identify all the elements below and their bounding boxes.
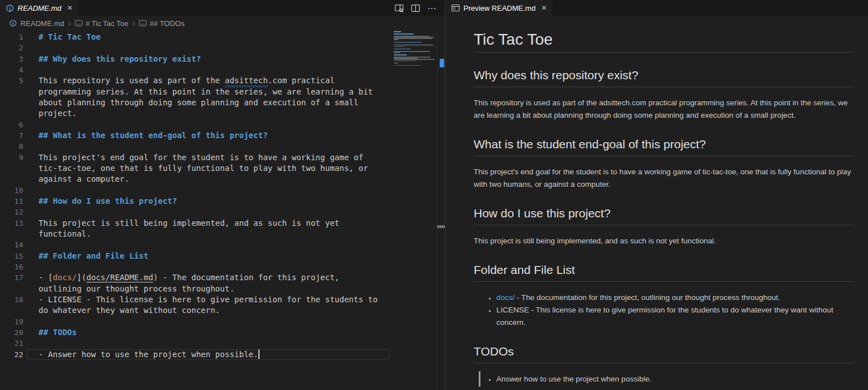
editor-pane[interactable]: 1# Tic Tac Toe23## Why does this reposit… [0, 31, 445, 390]
editor-row[interactable]: tic-tac-toe, one that is fully functiona… [0, 163, 390, 174]
breadcrumb-item-h2[interactable]: ## TODOs [139, 19, 185, 28]
editor-row[interactable]: against a computer. [0, 174, 390, 185]
markdown-link[interactable]: docs/README.md [86, 273, 153, 282]
code-segment: This project's end goal for the student … [39, 153, 363, 162]
markdown-preview[interactable]: Tic Tac Toe Why does this repository exi… [445, 16, 868, 390]
editor-row[interactable]: 22- Answer how to use the project when p… [0, 349, 390, 360]
preview-heading: What is the student end-goal of this pro… [474, 137, 854, 156]
symbol-string-icon [75, 20, 83, 27]
code-text: This project is still being implemented,… [23, 218, 339, 229]
info-icon [6, 4, 14, 12]
code-text: programming series. At this point in the… [23, 87, 373, 97]
minimap[interactable] [394, 31, 437, 390]
code-text: against a computer. [23, 174, 129, 185]
editor-row[interactable]: 4 [0, 65, 390, 75]
minimap-line [394, 65, 420, 66]
code-text: functional. [23, 229, 91, 239]
code-text [23, 316, 39, 327]
editor-row[interactable]: functional. [0, 229, 390, 239]
line-number: 17 [0, 272, 23, 283]
more-actions-icon[interactable]: ⋯ [427, 3, 437, 14]
editor-row[interactable]: project. [0, 108, 390, 119]
editor-row[interactable]: 5This repository is used as part of the … [0, 75, 390, 86]
info-icon [9, 19, 17, 27]
editor-row[interactable]: 15## Folder and File List [0, 251, 390, 262]
overview-ruler[interactable] [437, 31, 445, 390]
close-icon[interactable]: ✕ [541, 5, 547, 11]
line-number: 4 [0, 65, 23, 75]
breadcrumb-item-file[interactable]: README.md [20, 19, 64, 28]
editor-row[interactable]: 8 [0, 141, 390, 152]
line-number: 22 [0, 349, 23, 360]
editor-row[interactable]: about planning through doing some planni… [0, 97, 390, 108]
code-text: ## How do I use this project? [23, 196, 177, 207]
code-segment: - LICENSE - This license is here to give… [39, 295, 377, 304]
line-number: 8 [0, 141, 23, 152]
code-text: tic-tac-toe, one that is fully functiona… [23, 163, 368, 174]
open-preview-icon [451, 3, 460, 12]
editor-row[interactable]: 11## How do I use this project? [0, 196, 390, 207]
editor-row[interactable]: 10 [0, 185, 390, 196]
preview-heading: How do I use this project? [474, 206, 854, 225]
overview-cursor-marker [440, 59, 444, 67]
editor-row[interactable]: 12 [0, 207, 390, 217]
preview-link[interactable]: docs/ [496, 293, 514, 302]
tab-preview-readme[interactable]: Preview README.md ✕ [445, 0, 552, 16]
editor-row[interactable]: 20## TODOs [0, 327, 390, 338]
tab-title: README.md [18, 4, 61, 12]
editor-row[interactable]: 21 [0, 338, 390, 349]
code-text [23, 338, 39, 349]
code-text [23, 119, 39, 130]
code-text: ## What is the student end-goal of this … [23, 130, 268, 141]
markdown-heading-token: ## Folder and File List [39, 251, 148, 260]
code-text: ## Folder and File List [23, 251, 148, 262]
line-number: 12 [0, 207, 23, 217]
editor-row[interactable]: programming series. At this point in the… [0, 87, 390, 97]
code-text: - [docs/](docs/README.md) - The document… [23, 272, 339, 283]
open-preview-to-side-icon[interactable] [394, 3, 404, 13]
close-icon[interactable]: ✕ [67, 5, 73, 11]
editor-row[interactable]: 2 [0, 42, 390, 53]
preview-group: Preview README.md ✕ Tic Tac Toe Why does… [445, 0, 868, 390]
editor-row[interactable]: 17- [docs/](docs/README.md) - The docume… [0, 272, 390, 283]
code-text: ## Why does this repository exist? [23, 54, 201, 65]
editor-row[interactable]: 3## Why does this repository exist? [0, 54, 390, 65]
code-text: - Answer how to use the project when pos… [23, 349, 259, 360]
editor-row[interactable]: outlining our thought process throughout… [0, 284, 390, 294]
line-number: 5 [0, 75, 23, 86]
editor-row[interactable]: 9This project's end goal for the student… [0, 152, 390, 163]
code-text: do whatever they want without concern. [23, 305, 220, 316]
line-number: 10 [0, 185, 23, 196]
tab-readme[interactable]: README.md ✕ [0, 0, 78, 16]
editor-row[interactable]: 6 [0, 119, 390, 130]
preview-paragraph: This project is still being implemented,… [474, 235, 854, 247]
editor-row[interactable]: 7## What is the student end-goal of this… [0, 130, 390, 141]
editor-row[interactable]: 19 [0, 316, 390, 327]
editor-row[interactable]: 18- LICENSE - This license is here to gi… [0, 294, 390, 305]
code-text: This repository is used as part of the a… [23, 75, 335, 86]
preview-heading: TODOs [474, 344, 854, 363]
editor-row[interactable]: 16 [0, 262, 390, 272]
preview-heading: Folder and File List [474, 263, 854, 282]
editor-row[interactable]: 1# Tic Tac Toe [0, 32, 390, 42]
text-cursor [258, 349, 259, 359]
editor-row[interactable]: do whatever they want without concern. [0, 305, 390, 316]
tab-title: Preview README.md [463, 4, 535, 12]
line-number [0, 229, 23, 239]
scrollbar-slider-edge[interactable] [437, 225, 445, 228]
markdown-heading-token: ## How do I use this project? [39, 196, 177, 205]
line-number: 14 [0, 239, 23, 250]
code-segment: - Answer how to use the project when pos… [39, 350, 258, 359]
code-text [23, 239, 39, 250]
preview-list: docs/ - The documentation for this proje… [474, 292, 854, 329]
vscode-window: README.md ✕ ⋯ README.md › [0, 0, 868, 390]
breadcrumb-item-h1[interactable]: # Tic Tac Toe [75, 19, 128, 28]
editor-row[interactable]: 14 [0, 239, 390, 250]
split-editor-icon[interactable] [411, 3, 420, 13]
preview-heading: Why does this repository exist? [474, 68, 854, 87]
minimap-line [394, 63, 398, 64]
line-number: 1 [0, 32, 23, 42]
editor-row[interactable]: 13This project is still being implemente… [0, 218, 390, 229]
code-segment: programming series. At this point in the… [39, 87, 373, 96]
markdown-heading-token: ## TODOs [39, 328, 76, 337]
